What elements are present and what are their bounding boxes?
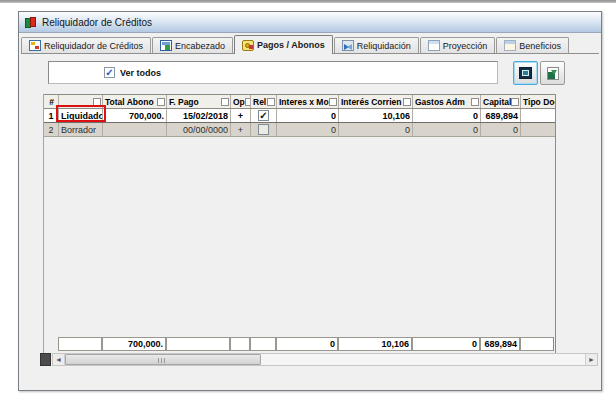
total-op [230, 337, 250, 351]
column-checkbox[interactable] [267, 98, 275, 106]
cell-op[interactable]: + [231, 123, 251, 136]
app-icon [24, 16, 37, 29]
cell-num[interactable]: 2 [44, 123, 59, 136]
window-titlebar[interactable]: Reliquidador de Créditos [19, 12, 601, 33]
data-grid: # Total Abono F. Pago Op Rel Interes x M… [43, 94, 556, 353]
rel-checkbox[interactable]: ✓ [258, 110, 269, 121]
form-icon [29, 40, 41, 51]
col-header-rel[interactable]: Rel [251, 95, 277, 108]
cell-capital[interactable]: 689,894 [481, 109, 521, 122]
cell-total-abono[interactable] [103, 123, 167, 136]
tab-label: Encabezado [175, 41, 225, 51]
column-checkbox[interactable] [511, 98, 519, 106]
window-icon [504, 40, 516, 51]
window-icon [428, 40, 440, 51]
tab-proyeccion[interactable]: Proyección [420, 37, 496, 53]
tab-beneficios[interactable]: Beneficios [496, 37, 569, 53]
column-checkbox[interactable] [157, 98, 165, 106]
tab-label: Proyección [443, 41, 488, 51]
tab-label: Reliquidación [357, 41, 411, 51]
scroll-left-arrow[interactable]: ◄ [53, 354, 65, 365]
col-header-total-abono[interactable]: Total Abono [103, 95, 167, 108]
ver-todos-checkbox[interactable]: ✓ [104, 67, 115, 78]
cell-rel [251, 123, 277, 136]
cell-gastos-adm[interactable]: 0 [413, 123, 481, 136]
cell-total-abono[interactable]: 700,000. [103, 109, 167, 122]
total-capital: 689,894 [480, 337, 520, 351]
page-top-strip [0, 0, 616, 3]
total-f-pago [166, 337, 230, 351]
tab-reliquidacion[interactable]: Reliquidación [334, 37, 419, 53]
col-header-interes-corriente[interactable]: Interés Corrien [339, 95, 413, 108]
total-rel [250, 337, 276, 351]
tab-bar: Reliquidador de Créditos Encabezado Pago… [21, 35, 599, 54]
cell-rel: ✓ [251, 109, 277, 122]
column-checkbox[interactable] [403, 98, 411, 106]
tab-encabezado[interactable]: Encabezado [152, 37, 233, 53]
cell-interes-corriente[interactable]: 10,106 [339, 109, 413, 122]
column-checkbox[interactable] [471, 98, 479, 106]
tab-label: Pagos / Abonos [257, 40, 325, 50]
total-estado [58, 337, 102, 351]
cell-estado[interactable]: Borrador [59, 123, 103, 136]
cell-num[interactable]: 1 [44, 109, 59, 122]
cell-f-pago[interactable]: 00/00/0000 [167, 123, 231, 136]
cell-capital[interactable]: 0 [481, 123, 521, 136]
col-header-interes-x-mora[interactable]: Interes x Mo [277, 95, 339, 108]
cell-interes-x-mora[interactable]: 0 [277, 123, 339, 136]
column-checkbox[interactable] [329, 98, 337, 106]
scroll-right-arrow[interactable]: ► [585, 354, 597, 365]
cell-tipo-doc[interactable] [521, 123, 555, 136]
coins-icon [242, 40, 254, 51]
cell-op[interactable]: + [231, 109, 251, 122]
tab-pagos-abonos[interactable]: Pagos / Abonos [234, 35, 333, 54]
horizontal-scrollbar[interactable]: ◄ ► [52, 353, 598, 366]
col-header-op[interactable]: Op [231, 95, 251, 108]
app-window: Reliquidador de Créditos Reliquidador de… [18, 11, 602, 391]
cell-interes-x-mora[interactable]: 0 [277, 109, 339, 122]
total-tipo-doc [520, 337, 554, 351]
total-gastos-adm: 0 [412, 337, 480, 351]
screenshot-page: Reliquidador de Créditos Reliquidador de… [0, 0, 616, 402]
tab-reliquidador-de-creditos[interactable]: Reliquidador de Créditos [21, 37, 151, 53]
header-page-icon [160, 40, 172, 51]
tab-label: Reliquidador de Créditos [44, 41, 143, 51]
table-row[interactable]: 2 Borrador 00/00/0000 + 0 0 0 0 [44, 123, 555, 137]
window-content: Reliquidador de Créditos Encabezado Pago… [19, 33, 601, 390]
col-header-tipo-doc[interactable]: Tipo Doc [521, 95, 555, 108]
total-interes-x-mora: 0 [276, 337, 338, 351]
cell-f-pago[interactable]: 15/02/2018 [167, 109, 231, 122]
col-header-estado[interactable] [59, 95, 103, 108]
cell-tipo-doc[interactable] [521, 109, 555, 122]
sync-arrows-icon [342, 40, 354, 51]
col-header-capital[interactable]: Capital [481, 95, 521, 108]
export-excel-button[interactable] [540, 61, 565, 85]
total-total-abono: 700,000. [102, 337, 166, 351]
tab-label: Beneficios [519, 41, 561, 51]
grid-header-row: # Total Abono F. Pago Op Rel Interes x M… [44, 94, 555, 109]
grid-view-button[interactable] [513, 61, 538, 85]
col-header-gastos-adm[interactable]: Gastos Adm [413, 95, 481, 108]
rel-checkbox[interactable] [258, 124, 269, 135]
totals-row: 700,000. 0 10,106 0 689,894 [58, 337, 554, 351]
window-title: Reliquidador de Créditos [42, 17, 152, 28]
ver-todos-label: Ver todos [120, 68, 161, 78]
cell-estado[interactable]: Liquidado [59, 109, 103, 122]
grid-corner-box [40, 353, 51, 366]
scrollbar-thumb[interactable] [65, 354, 261, 365]
table-row[interactable]: 1 Liquidado 700,000. 15/02/2018 + ✓ 0 10… [44, 109, 555, 123]
col-header-num[interactable]: # [44, 95, 59, 108]
col-header-f-pago[interactable]: F. Pago [167, 95, 231, 108]
cell-interes-corriente[interactable]: 0 [339, 123, 413, 136]
column-checkbox[interactable] [93, 98, 101, 106]
excel-icon [547, 67, 559, 80]
cell-gastos-adm[interactable]: 0 [413, 109, 481, 122]
total-interes-corriente: 10,106 [338, 337, 412, 351]
toolbar-strip: ✓ Ver todos [48, 61, 498, 84]
column-checkbox[interactable] [221, 98, 229, 106]
grid-icon [519, 67, 532, 79]
